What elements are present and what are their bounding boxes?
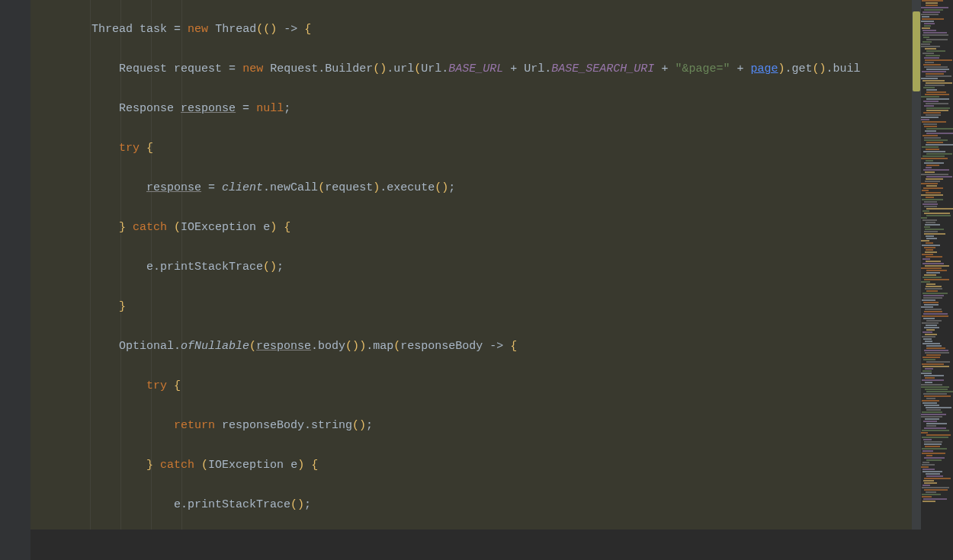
code-content[interactable]: Thread task = new Thread(() -> { Request… — [30, 0, 921, 560]
scrollbar-thumb[interactable] — [913, 11, 920, 91]
vertical-scrollbar[interactable] — [912, 0, 921, 560]
gutter — [0, 0, 30, 560]
minimap[interactable] — [921, 0, 953, 560]
minimap-content — [921, 0, 953, 502]
code-editor[interactable]: Thread task = new Thread(() -> { Request… — [30, 0, 921, 560]
editor-bottom-strip — [30, 530, 921, 560]
